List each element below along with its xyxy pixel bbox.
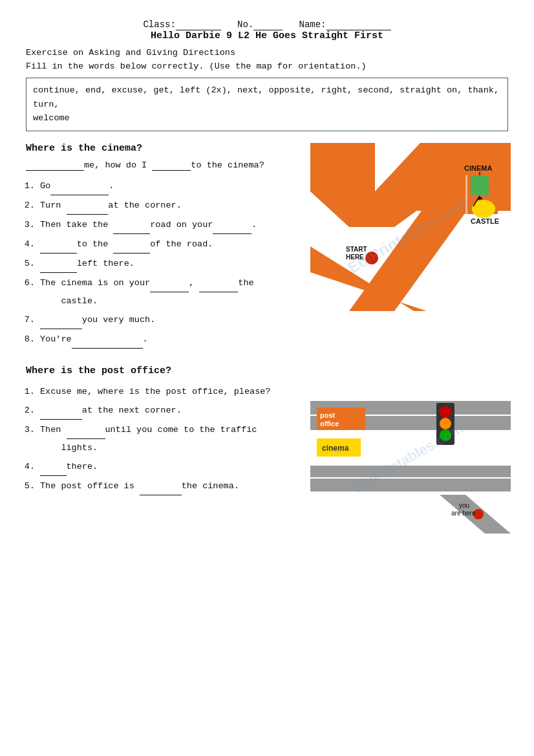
- section1-title: Where is the cinema?: [26, 143, 297, 154]
- list-item: you very much.: [40, 311, 297, 329]
- list-item: Then take the road on your .: [40, 216, 297, 234]
- list-item: The cinema is on your , the castle.: [40, 274, 297, 310]
- list-item: The post office is the cinema.: [40, 477, 297, 495]
- svg-text:CINEMA: CINEMA: [464, 164, 492, 172]
- svg-text:are here: are here: [451, 510, 476, 517]
- list-item: left there.: [40, 255, 297, 273]
- svg-rect-10: [471, 175, 489, 196]
- intro-line2: Fill in the words below correctly. (Use …: [26, 61, 508, 71]
- svg-rect-7: [310, 143, 375, 191]
- postoffice-map: post office cinema you are here Eo: [310, 365, 511, 534]
- intro-line1: Exercise on Asking and Giving Directions: [26, 48, 508, 58]
- list-item: Then until you come to the traffic light…: [40, 421, 297, 457]
- list-item: there.: [40, 458, 297, 476]
- section1-map: CINEMA CASTLE START HERE EolPrintables.c…: [310, 143, 511, 350]
- section2-list: Excuse me, where is the post office, ple…: [40, 383, 297, 495]
- section2-title: Where is the post office?: [26, 365, 297, 376]
- section2-map: post office cinema you are here Eo: [310, 365, 511, 534]
- list-item: Turn at the corner.: [40, 197, 297, 215]
- header: Class: No. Name: Hello Darbie 9 L2 He Go…: [26, 19, 508, 41]
- svg-text:CASTLE: CASTLE: [471, 217, 499, 225]
- svg-text:cinema: cinema: [322, 444, 349, 453]
- section1-intro: me, how do I to the cinema?: [26, 160, 297, 171]
- section2: Where is the post office? Excuse me, whe…: [26, 365, 508, 534]
- header-line2: Hello Darbie 9 L2 He Goes Straight First: [26, 30, 508, 41]
- word-box: continue, end, excuse, get, left (2x), n…: [26, 78, 508, 131]
- svg-rect-25: [310, 477, 511, 479]
- word-list: continue, end, excuse, get, left (2x), n…: [33, 85, 499, 123]
- svg-text:you: you: [459, 502, 469, 509]
- section1: Where is the cinema? me, how do I to the…: [26, 143, 508, 350]
- postoffice-map-svg: post office cinema you are here Eo: [310, 365, 511, 534]
- section2-left: Where is the post office? Excuse me, whe…: [26, 365, 297, 534]
- list-item: Excuse me, where is the post office, ple…: [40, 383, 297, 400]
- header-line1: Class: No. Name:: [26, 19, 508, 30]
- svg-text:office: office: [320, 420, 339, 427]
- list-item: to the of the road.: [40, 235, 297, 254]
- list-item: at the next corner.: [40, 402, 297, 420]
- section1-list: Go . Turn at the corner. Then take the r…: [40, 177, 297, 349]
- svg-point-32: [440, 406, 451, 418]
- svg-text:post: post: [320, 411, 336, 419]
- section1-left: Where is the cinema? me, how do I to the…: [26, 143, 297, 350]
- list-item: You're .: [40, 330, 297, 349]
- list-item: Go .: [40, 177, 297, 195]
- cinema-map: CINEMA CASTLE START HERE EolPrintables.c…: [310, 143, 511, 311]
- cinema-map-svg: CINEMA CASTLE START HERE EolPrintables.c…: [310, 143, 511, 311]
